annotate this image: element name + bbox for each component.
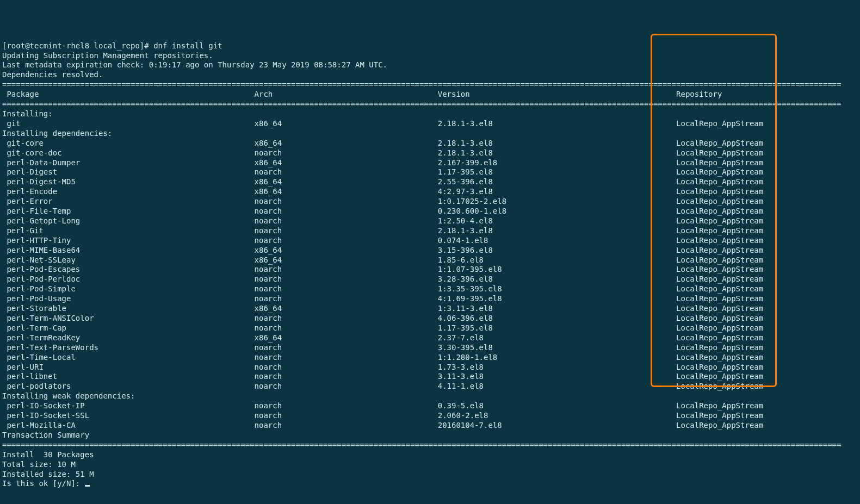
terminal-line: Install 30 Packages (2, 450, 858, 460)
terminal-line: perl-Encode x86_64 4:2.97-3.el8 LocalRep… (2, 187, 858, 197)
terminal-line: perl-Pod-Simple noarch 1:3.35-395.el8 Lo… (2, 284, 858, 294)
terminal-line: perl-Mozilla-CA noarch 20160104-7.el8 Lo… (2, 421, 858, 431)
terminal-line: perl-Time-Local noarch 1:1.280-1.el8 Loc… (2, 353, 858, 363)
terminal-line: Dependencies resolved. (2, 70, 858, 80)
terminal-line: Total size: 10 M (2, 460, 858, 470)
terminal-line: ========================================… (2, 440, 858, 450)
terminal-line: perl-TermReadKey x86_64 2.37-7.el8 Local… (2, 333, 858, 343)
cursor-icon (85, 485, 90, 487)
terminal-line: perl-Data-Dumper x86_64 2.167-399.el8 Lo… (2, 158, 858, 168)
terminal-line: perl-IO-Socket-SSL noarch 2.060-2.el8 Lo… (2, 411, 858, 421)
terminal-line: Transaction Summary (2, 431, 858, 440)
terminal-line: perl-Git noarch 2.18.1-3.el8 LocalRepo_A… (2, 226, 858, 236)
terminal-line: Installing dependencies: (2, 129, 858, 139)
terminal-line: Last metadata expiration check: 0:19:17 … (2, 60, 858, 70)
terminal-line: Updating Subscription Management reposit… (2, 51, 858, 61)
terminal-line: perl-Term-Cap noarch 1.17-395.el8 LocalR… (2, 323, 858, 333)
terminal-line: git-core x86_64 2.18.1-3.el8 LocalRepo_A… (2, 139, 858, 148)
terminal-line: Package Arch Version Repository (2, 90, 858, 99)
terminal-line: Installing weak dependencies: (2, 391, 858, 401)
terminal-line: ========================================… (2, 80, 858, 90)
terminal-line: perl-Term-ANSIColor noarch 4.06-396.el8 … (2, 314, 858, 323)
terminal-line: perl-Storable x86_64 1:3.11-3.el8 LocalR… (2, 304, 858, 314)
terminal-line: perl-libnet noarch 3.11-3.el8 LocalRepo_… (2, 372, 858, 382)
terminal-line: perl-URI noarch 1.73-3.el8 LocalRepo_App… (2, 363, 858, 372)
terminal-line: git x86_64 2.18.1-3.el8 LocalRepo_AppStr… (2, 119, 858, 129)
terminal-line: perl-Net-SSLeay x86_64 1.85-6.el8 LocalR… (2, 256, 858, 265)
terminal-line: Installed size: 51 M (2, 470, 858, 480)
terminal-line: perl-MIME-Base64 x86_64 3.15-396.el8 Loc… (2, 246, 858, 256)
terminal-line: perl-File-Temp noarch 0.230.600-1.el8 Lo… (2, 207, 858, 216)
terminal-line: Installing: (2, 109, 858, 119)
terminal-line: perl-Text-ParseWords noarch 3.30-395.el8… (2, 343, 858, 353)
terminal-line: perl-Error noarch 1:0.17025-2.el8 LocalR… (2, 197, 858, 207)
terminal-line: ========================================… (2, 99, 858, 109)
terminal-line: perl-Getopt-Long noarch 1:2.50-4.el8 Loc… (2, 216, 858, 226)
terminal-line: perl-Digest noarch 1.17-395.el8 LocalRep… (2, 167, 858, 177)
terminal-line: perl-Digest-MD5 x86_64 2.55-396.el8 Loca… (2, 177, 858, 187)
terminal-line: perl-HTTP-Tiny noarch 0.074-1.el8 LocalR… (2, 236, 858, 246)
terminal-line: perl-Pod-Usage noarch 4:1.69-395.el8 Loc… (2, 294, 858, 304)
terminal-line: perl-Pod-Perldoc noarch 3.28-396.el8 Loc… (2, 275, 858, 284)
confirm-prompt[interactable]: Is this ok [y/N]: (2, 479, 858, 489)
terminal-output: [root@tecmint-rhel8 local_repo]# dnf ins… (2, 41, 858, 489)
terminal-line: perl-podlators noarch 4.11-1.el8 LocalRe… (2, 382, 858, 391)
terminal-line: perl-IO-Socket-IP noarch 0.39-5.el8 Loca… (2, 401, 858, 411)
terminal-line: git-core-doc noarch 2.18.1-3.el8 LocalRe… (2, 148, 858, 158)
terminal-line: perl-Pod-Escapes noarch 1:1.07-395.el8 L… (2, 265, 858, 275)
terminal-line: [root@tecmint-rhel8 local_repo]# dnf ins… (2, 41, 858, 51)
